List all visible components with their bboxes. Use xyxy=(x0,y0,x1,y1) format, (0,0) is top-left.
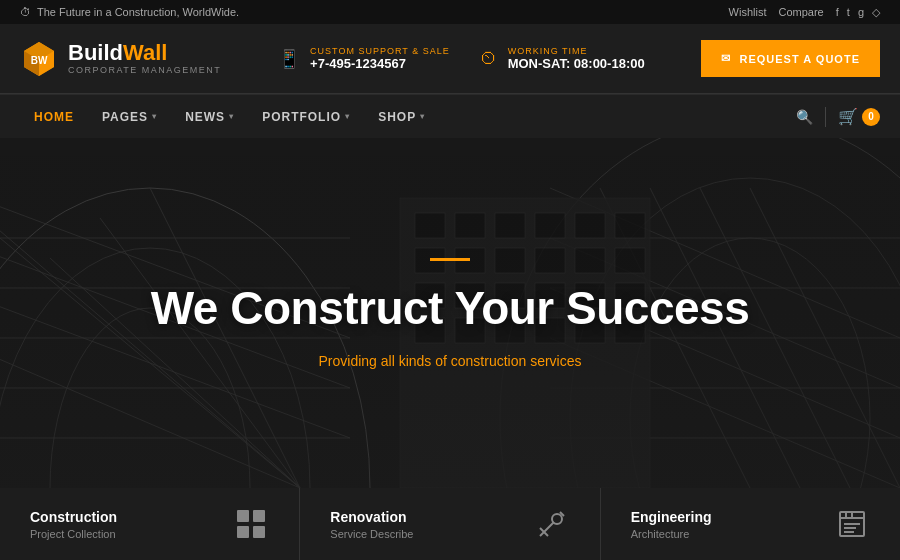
contact-support: 📱 CUSTOM SUPPORT & SALE +7-495-1234567 xyxy=(278,46,450,71)
quote-label: REQUEST A QUOTE xyxy=(739,53,860,65)
svg-text:BW: BW xyxy=(31,55,48,66)
navigation: HOME PAGES ▾ NEWS ▾ PORTFOLIO ▾ SHOP ▾ 🔍… xyxy=(0,94,900,138)
service-engineering-text: Engineering Architecture xyxy=(631,509,712,540)
service-construction-sub: Project Collection xyxy=(30,528,117,540)
service-construction-text: Construction Project Collection xyxy=(30,509,117,540)
logo-sub: Corporate Management xyxy=(68,66,221,76)
hours-value: MON-SAT: 08:00-18:00 xyxy=(508,56,645,71)
nav-news[interactable]: NEWS ▾ xyxy=(171,95,248,139)
logo-text: BuildWall Corporate Management xyxy=(68,41,221,75)
service-renovation-sub: Service Describe xyxy=(330,528,413,540)
nav-shop-label: SHOP xyxy=(378,110,416,124)
svg-rect-68 xyxy=(253,526,265,538)
nav-pages-label: PAGES xyxy=(102,110,148,124)
top-bar-left: ⏱ The Future in a Construction, WorldWid… xyxy=(20,6,239,18)
clock-icon: ⏲ xyxy=(480,48,498,69)
service-renovation[interactable]: Renovation Service Describe xyxy=(300,488,600,560)
support-phone: +7-495-1234567 xyxy=(310,56,450,71)
tagline: The Future in a Construction, WorldWide. xyxy=(37,6,239,18)
service-engineering-sub: Architecture xyxy=(631,528,712,540)
nav-divider xyxy=(825,107,826,127)
googleplus-icon[interactable]: g xyxy=(858,6,864,19)
clock-icon: ⏱ xyxy=(20,6,31,18)
phone-icon: 📱 xyxy=(278,48,300,70)
social-icons: f t g ◇ xyxy=(836,6,880,19)
service-renovation-title: Renovation xyxy=(330,509,413,525)
hours-label: WORKING TIME xyxy=(508,46,645,56)
svg-rect-66 xyxy=(253,510,265,522)
support-label: CUSTOM SUPPORT & SALE xyxy=(310,46,450,56)
service-construction[interactable]: Construction Project Collection xyxy=(0,488,300,560)
logo[interactable]: BW BuildWall Corporate Management xyxy=(20,40,221,78)
hero-title: We Construct Your Success xyxy=(151,281,749,335)
top-bar-right: Wishlist Compare f t g ◇ xyxy=(729,6,880,19)
cart-button[interactable]: 🛒 0 xyxy=(838,107,880,126)
facebook-icon[interactable]: f xyxy=(836,6,839,19)
construction-icon xyxy=(233,506,269,542)
service-engineering-title: Engineering xyxy=(631,509,712,525)
nav-pages[interactable]: PAGES ▾ xyxy=(88,95,171,139)
cart-count: 0 xyxy=(862,108,880,126)
hero-content: We Construct Your Success Providing all … xyxy=(151,258,749,369)
header-contact: 📱 CUSTOM SUPPORT & SALE +7-495-1234567 ⏲… xyxy=(278,46,645,71)
quote-icon: ✉ xyxy=(721,52,731,65)
search-icon[interactable]: 🔍 xyxy=(796,109,813,125)
nav-portfolio-label: PORTFOLIO xyxy=(262,110,341,124)
logo-icon: BW xyxy=(20,40,58,78)
instagram-icon[interactable]: ◇ xyxy=(872,6,880,19)
cart-icon: 🛒 xyxy=(838,107,858,126)
chevron-down-icon: ▾ xyxy=(420,112,425,121)
engineering-icon xyxy=(834,506,870,542)
nav-news-label: NEWS xyxy=(185,110,225,124)
service-engineering[interactable]: Engineering Architecture xyxy=(601,488,900,560)
wishlist-link[interactable]: Wishlist xyxy=(729,6,767,18)
logo-build: Build xyxy=(68,40,123,65)
nav-home-label: HOME xyxy=(34,110,74,124)
nav-shop[interactable]: SHOP ▾ xyxy=(364,95,439,139)
contact-support-text: CUSTOM SUPPORT & SALE +7-495-1234567 xyxy=(310,46,450,71)
nav-links: HOME PAGES ▾ NEWS ▾ PORTFOLIO ▾ SHOP ▾ xyxy=(20,95,439,139)
renovation-icon xyxy=(534,506,570,542)
service-construction-title: Construction xyxy=(30,509,117,525)
nav-portfolio[interactable]: PORTFOLIO ▾ xyxy=(248,95,364,139)
svg-point-70 xyxy=(552,514,562,524)
chevron-down-icon: ▾ xyxy=(229,112,234,121)
nav-right: 🔍 🛒 0 xyxy=(796,107,880,127)
nav-home[interactable]: HOME xyxy=(20,95,88,139)
header: BW BuildWall Corporate Management 📱 CUST… xyxy=(0,24,900,94)
chevron-down-icon: ▾ xyxy=(345,112,350,121)
svg-rect-65 xyxy=(237,510,249,522)
hero-accent-line xyxy=(430,258,470,261)
twitter-icon[interactable]: t xyxy=(847,6,850,19)
quote-button[interactable]: ✉ REQUEST A QUOTE xyxy=(701,40,880,77)
top-bar: ⏱ The Future in a Construction, WorldWid… xyxy=(0,0,900,24)
hero-section: We Construct Your Success Providing all … xyxy=(0,138,900,488)
services-bar: Construction Project Collection Renovati… xyxy=(0,488,900,560)
contact-hours-text: WORKING TIME MON-SAT: 08:00-18:00 xyxy=(508,46,645,71)
logo-wall: Wall xyxy=(123,40,167,65)
hero-subtitle: Providing all kinds of construction serv… xyxy=(151,353,749,369)
svg-rect-67 xyxy=(237,526,249,538)
chevron-down-icon: ▾ xyxy=(152,112,157,121)
contact-hours: ⏲ WORKING TIME MON-SAT: 08:00-18:00 xyxy=(480,46,645,71)
service-renovation-text: Renovation Service Describe xyxy=(330,509,413,540)
compare-link[interactable]: Compare xyxy=(779,6,824,18)
